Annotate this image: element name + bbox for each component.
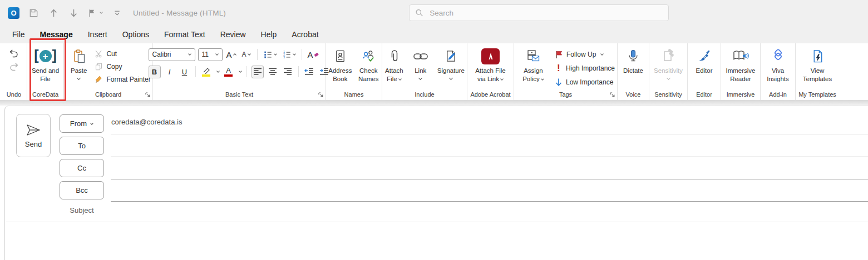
immersive-reader-button[interactable]: Immersive Reader <box>721 46 760 84</box>
low-importance-button[interactable]: Low Importance <box>553 76 617 88</box>
tab-options[interactable]: Options <box>122 30 149 39</box>
align-center-button[interactable] <box>267 66 279 78</box>
paste-dropdown-chevron-icon <box>77 76 81 80</box>
align-left-icon <box>253 68 262 76</box>
save-icon[interactable] <box>27 7 40 19</box>
voice-group-label: Voice <box>618 89 649 100</box>
paste-icon <box>72 47 86 65</box>
address-book-button[interactable]: Address Book <box>326 46 354 84</box>
to-field[interactable] <box>111 157 868 157</box>
assign-policy-button[interactable]: Assign Policy <box>517 46 549 84</box>
assign-policy-icon <box>526 47 541 65</box>
viva-insights-button[interactable]: Viva Insights <box>762 46 794 84</box>
high-importance-button[interactable]: ! High Importance <box>553 62 617 74</box>
message-body[interactable] <box>5 223 868 260</box>
divider <box>257 49 258 60</box>
search-box[interactable] <box>409 4 669 21</box>
bcc-field[interactable] <box>111 201 868 202</box>
format-painter-button[interactable]: Format Painter <box>92 73 152 86</box>
assign-policy-chevron-icon <box>541 77 544 81</box>
signature-button[interactable]: Signature <box>435 46 467 81</box>
attach-file-via-link-button[interactable]: Attach File via Link <box>470 46 512 84</box>
attach-file-button[interactable]: Attach File <box>382 46 406 84</box>
from-address: coredata@coredata.is <box>111 118 182 126</box>
undo-group-label: Undo <box>1 89 27 100</box>
italic-button[interactable]: I <box>164 66 176 78</box>
numbering-button[interactable]: 123 <box>281 48 297 61</box>
undo-icon[interactable] <box>8 48 19 59</box>
copy-button[interactable]: Copy <box>92 60 152 73</box>
dictate-button[interactable]: Dictate <box>621 46 645 76</box>
tab-review[interactable]: Review <box>220 30 246 39</box>
tab-message[interactable]: Message <box>40 30 73 39</box>
font-color-button[interactable]: A <box>223 66 235 78</box>
link-icon <box>413 47 428 65</box>
attach-file-chevron-icon <box>398 77 402 81</box>
send-button[interactable]: Send <box>16 114 51 157</box>
cc-button[interactable]: Cc <box>60 159 104 177</box>
font-color-chevron-icon[interactable] <box>239 69 242 73</box>
decrease-indent-icon <box>304 68 314 76</box>
outlook-logo-icon: O <box>8 7 19 19</box>
redo-icon[interactable] <box>8 62 19 73</box>
grow-font-button[interactable]: A <box>225 48 238 61</box>
addin-group-label: Add-in <box>761 89 795 100</box>
ribbon-group-names: Address Book Check Names Names <box>326 43 382 100</box>
ribbon-group-tags: Assign Policy Follow Up ! High Importanc… <box>514 43 618 100</box>
view-templates-button[interactable]: View Templates <box>798 46 837 84</box>
font-size-combobox[interactable]: 11 <box>198 48 223 61</box>
move-up-icon[interactable] <box>47 7 60 19</box>
follow-up-button[interactable]: Follow Up <box>553 48 617 61</box>
tab-file[interactable]: File <box>12 30 25 39</box>
clear-formatting-button[interactable]: A <box>307 48 320 61</box>
customize-toolbar-icon[interactable] <box>111 7 123 19</box>
send-and-file-button[interactable]: [ + ] Send and File <box>28 46 63 84</box>
bullets-button[interactable] <box>262 48 278 61</box>
send-and-file-icon: [ + ] <box>34 47 57 65</box>
sensitivity-button[interactable]: Sensitivity <box>652 46 685 81</box>
follow-up-flag-icon[interactable] <box>87 7 103 19</box>
from-field-underline[interactable] <box>111 134 868 134</box>
signature-icon <box>444 47 458 65</box>
from-button[interactable]: From <box>60 114 104 133</box>
divider <box>195 66 196 77</box>
bcc-button[interactable]: Bcc <box>60 181 104 199</box>
basic-text-dialog-launcher[interactable] <box>318 92 324 98</box>
shrink-font-button[interactable]: A <box>240 48 253 61</box>
text-highlight-button[interactable] <box>200 66 213 78</box>
clipboard-dialog-launcher[interactable] <box>145 92 151 98</box>
check-names-icon <box>362 47 376 65</box>
cut-button[interactable]: Cut <box>92 47 152 60</box>
to-button[interactable]: To <box>60 137 104 155</box>
check-names-button[interactable]: Check Names <box>356 46 382 84</box>
grow-font-caret-icon <box>233 53 236 57</box>
paste-button[interactable]: Paste <box>68 46 89 81</box>
move-down-icon[interactable] <box>67 7 80 19</box>
link-button[interactable]: Link <box>411 46 431 81</box>
align-right-button[interactable] <box>282 66 294 78</box>
search-input[interactable] <box>428 8 663 18</box>
underline-button[interactable]: U <box>179 66 191 78</box>
search-icon <box>415 8 423 17</box>
tab-acrobat[interactable]: Acrobat <box>292 30 318 39</box>
ribbon-group-include: Attach File Link Signature Inc <box>382 43 467 100</box>
numbering-chevron-icon <box>293 52 296 56</box>
tab-insert[interactable]: Insert <box>88 30 107 39</box>
decrease-indent-button[interactable] <box>303 66 315 78</box>
font-name-combobox[interactable]: Calibri <box>149 48 195 61</box>
viva-insights-icon <box>771 47 786 65</box>
font-name-chevron-icon <box>188 52 191 56</box>
cc-field[interactable] <box>111 179 868 179</box>
format-painter-icon <box>95 75 103 83</box>
tags-dialog-launcher[interactable] <box>609 92 615 98</box>
tab-help[interactable]: Help <box>261 30 277 39</box>
subject-divider <box>6 222 868 222</box>
tab-format-text[interactable]: Format Text <box>164 30 205 39</box>
highlight-chevron-icon[interactable] <box>216 69 220 73</box>
my-templates-group-label: My Templates <box>796 89 839 100</box>
bold-button[interactable]: B <box>149 66 161 78</box>
editor-button[interactable]: Editor <box>693 46 714 76</box>
align-left-button[interactable] <box>251 66 264 78</box>
from-chevron-icon <box>90 122 93 125</box>
font-color-bar <box>224 74 233 77</box>
